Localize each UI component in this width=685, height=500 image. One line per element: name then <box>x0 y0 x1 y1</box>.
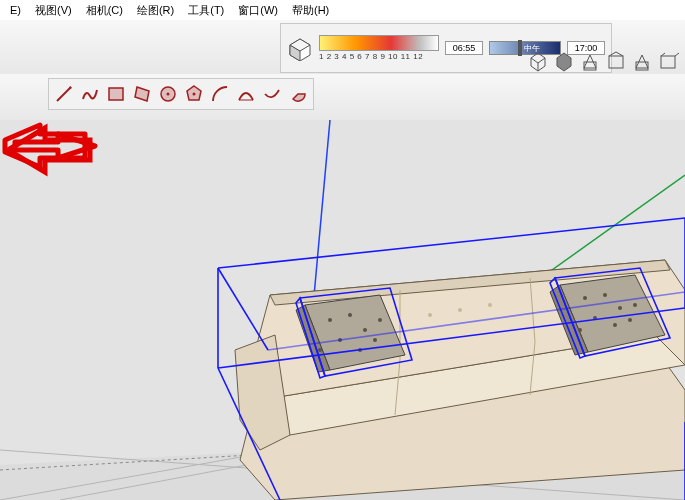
menu-window[interactable]: 窗口(W) <box>232 1 284 20</box>
view-right-icon[interactable] <box>605 50 627 72</box>
menu-file-tail[interactable]: E) <box>4 2 27 18</box>
month-gradient[interactable]: 1 2 3 4 5 6 7 8 9 10 11 12 <box>319 35 439 61</box>
svg-point-66 <box>603 293 607 297</box>
svg-point-49 <box>488 303 492 307</box>
view-top-icon[interactable] <box>553 50 575 72</box>
svg-point-48 <box>458 308 462 312</box>
svg-point-69 <box>613 323 617 327</box>
svg-point-47 <box>428 313 432 317</box>
svg-point-62 <box>373 338 377 342</box>
view-left-icon[interactable] <box>657 50 679 72</box>
3d-viewport[interactable] <box>0 120 685 500</box>
svg-point-57 <box>363 328 367 332</box>
svg-line-17 <box>675 53 679 56</box>
svg-point-65 <box>583 296 587 300</box>
svg-point-71 <box>578 328 582 332</box>
svg-point-67 <box>618 306 622 310</box>
rectangle-tool[interactable] <box>105 83 127 105</box>
arc-2pt-tool[interactable] <box>235 83 257 105</box>
svg-line-11 <box>609 52 616 56</box>
time-slider-handle[interactable] <box>518 40 522 56</box>
menu-help[interactable]: 帮助(H) <box>286 1 335 20</box>
svg-rect-15 <box>661 56 675 68</box>
time-start[interactable]: 06:55 <box>445 41 483 55</box>
shadow-toggle-icon[interactable] <box>287 35 313 61</box>
menu-camera[interactable]: 相机(C) <box>80 1 129 20</box>
circle-tool[interactable] <box>157 83 179 105</box>
annotation-arrow <box>0 120 100 190</box>
view-iso-icon[interactable] <box>527 50 549 72</box>
svg-line-4 <box>531 58 538 63</box>
svg-point-72 <box>628 318 632 322</box>
polygon-tool[interactable] <box>183 83 205 105</box>
arc-tool[interactable] <box>209 83 231 105</box>
rotated-rect-tool[interactable] <box>131 83 153 105</box>
view-front-icon[interactable] <box>579 50 601 72</box>
menu-draw[interactable]: 绘图(R) <box>131 1 180 20</box>
svg-line-12 <box>616 52 623 56</box>
svg-point-61 <box>318 348 322 352</box>
svg-point-60 <box>378 318 382 322</box>
svg-point-25 <box>193 93 196 96</box>
model-views-tray <box>527 50 679 72</box>
menu-view[interactable]: 视图(V) <box>29 1 78 20</box>
svg-line-5 <box>538 58 545 63</box>
toolbar-shadows: 1 2 3 4 5 6 7 8 9 10 11 12 06:55 中午 17:0… <box>0 20 685 75</box>
menu-tools[interactable]: 工具(T) <box>182 1 230 20</box>
pencil-tool[interactable] <box>53 83 75 105</box>
pie-tool[interactable] <box>287 83 309 105</box>
view-back-icon[interactable] <box>631 50 653 72</box>
svg-point-23 <box>167 93 170 96</box>
svg-marker-7 <box>557 53 571 71</box>
freehand-tool[interactable] <box>79 83 101 105</box>
month-labels: 1 2 3 4 5 6 7 8 9 10 11 12 <box>319 52 439 61</box>
arc-3pt-tool[interactable] <box>261 83 283 105</box>
menu-bar: E) 视图(V) 相机(C) 绘图(R) 工具(T) 窗口(W) 帮助(H) <box>0 0 685 21</box>
svg-point-56 <box>348 313 352 317</box>
svg-rect-10 <box>609 56 623 68</box>
svg-marker-21 <box>135 87 149 101</box>
svg-point-70 <box>633 303 637 307</box>
draw-tools <box>48 78 314 110</box>
toolbar-draw <box>0 74 685 121</box>
svg-point-55 <box>328 318 332 322</box>
svg-rect-20 <box>109 88 123 100</box>
